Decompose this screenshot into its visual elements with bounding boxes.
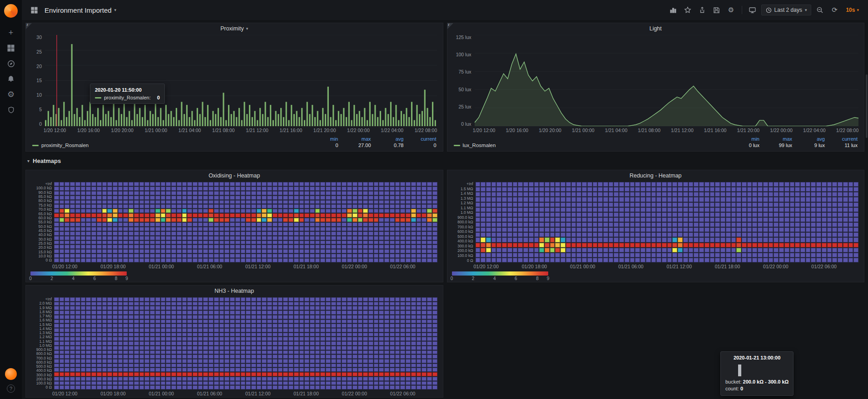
heatmap-cell <box>384 204 389 208</box>
alerting-bell-icon[interactable] <box>0 71 22 87</box>
heatmap-cell <box>214 368 219 372</box>
grafana-logo[interactable] <box>4 4 18 18</box>
panel-title-proximity[interactable]: Proximity ▾ <box>26 23 443 34</box>
axis-label: 1.4 MΩ <box>39 327 52 331</box>
legend-series-proximity[interactable]: proximity_Rosmalen <box>32 143 89 148</box>
axis-label: 01/21 18:00 <box>293 264 318 269</box>
heatmap-cell <box>230 315 235 319</box>
heatmap-cell <box>118 320 123 324</box>
nh3-heatmap-grid[interactable] <box>54 297 437 389</box>
heatmap-cell <box>342 232 347 236</box>
heatmap-cell <box>118 191 123 195</box>
share-button[interactable] <box>696 4 708 16</box>
settings-gear-icon[interactable]: ⚙ <box>0 87 22 102</box>
proximity-graph[interactable] <box>45 35 437 126</box>
stat-header-current[interactable]: current <box>404 136 436 142</box>
panel-title-light[interactable]: Light <box>447 23 864 34</box>
dashboard-settings-gear-icon[interactable]: ⚙ <box>725 4 737 16</box>
legend-stats: min max avg current 0 lux 99 lux 9 lux 1… <box>727 136 858 148</box>
dashboard-picker-icon[interactable] <box>28 4 40 16</box>
heatmap-cell <box>337 302 342 306</box>
oxidising-heatmap-grid[interactable] <box>54 182 437 262</box>
heatmap-cell <box>208 350 213 355</box>
heatmap-cell <box>619 232 624 237</box>
heatmap-cell <box>177 249 182 253</box>
heatmap-cell <box>177 306 182 310</box>
help-icon[interactable]: ? <box>7 384 15 393</box>
refresh-button[interactable]: ⟳ <box>828 4 840 16</box>
heatmap-cell <box>70 241 75 245</box>
heatmap-cell <box>640 182 645 187</box>
panel-title-reducing[interactable]: Reducing - Heatmap <box>447 170 864 181</box>
heatmap-cell <box>534 207 539 212</box>
stat-header-max[interactable]: max <box>338 136 371 142</box>
cycle-view-monitor-icon[interactable] <box>747 4 759 16</box>
heatmap-cell <box>70 196 75 200</box>
heatmap-cell <box>374 320 379 324</box>
user-avatar[interactable] <box>5 368 17 380</box>
heatmap-cell <box>326 377 331 381</box>
heatmap-cell <box>326 200 331 204</box>
heatmap-cell <box>368 341 373 345</box>
row-header-heatmaps[interactable]: ▾ Heatmaps <box>25 154 864 167</box>
axis-label: 20.0 kΩ <box>38 246 52 250</box>
heatmap-cell <box>288 377 293 381</box>
heatmap-cell <box>736 192 741 197</box>
heatmap-cell <box>97 236 102 240</box>
panel-title-nh3[interactable]: NH3 - Heatmap <box>26 286 443 296</box>
heatmap-cell <box>656 182 661 187</box>
axis-label: 500.0 kΩ <box>36 365 52 369</box>
heatmap-cell <box>507 222 512 227</box>
heatmap-cell <box>273 196 278 200</box>
stat-header-min[interactable]: min <box>727 136 759 142</box>
heatmap-cell <box>368 385 373 389</box>
heatmap-cell <box>619 192 624 197</box>
dashboards-icon[interactable] <box>0 40 22 56</box>
stat-header-current[interactable]: current <box>825 136 858 142</box>
time-range-button[interactable]: Last 2 days ▾ <box>761 5 812 15</box>
axis-label: 80.0 kΩ <box>38 199 52 203</box>
add-icon[interactable]: + <box>0 25 22 40</box>
panel-title-oxidising[interactable]: Oxidising - Heatmap <box>26 170 443 181</box>
heatmap-cell <box>246 368 251 372</box>
heatmap-cell <box>134 236 139 240</box>
heatmap-cell <box>720 207 725 212</box>
heatmap-cell <box>400 337 405 341</box>
heatmap-cell <box>155 297 160 301</box>
heatmap-cell <box>283 249 288 253</box>
page-scrollbar-thumb[interactable] <box>866 74 868 138</box>
heatmap-cell <box>278 182 283 186</box>
star-button[interactable] <box>682 4 694 16</box>
admin-shield-icon[interactable] <box>0 102 22 118</box>
zoom-out-button[interactable] <box>814 4 826 16</box>
heatmap-cell <box>368 372 373 376</box>
stat-header-max[interactable]: max <box>759 136 792 142</box>
stat-header-avg[interactable]: avg <box>371 136 404 142</box>
heatmap-cell <box>774 243 779 247</box>
save-button[interactable] <box>711 4 723 16</box>
heatmap-cell <box>299 385 304 389</box>
dashboard-title[interactable]: Environment Imported ▾ <box>45 6 116 14</box>
axis-label: 200.0 kΩ <box>457 249 473 253</box>
legend-series-light[interactable]: lux_Rosmalen <box>454 143 496 148</box>
light-graph[interactable] <box>475 35 859 126</box>
heatmap-cell <box>144 209 149 213</box>
add-panel-button[interactable] <box>667 4 679 16</box>
explore-compass-icon[interactable] <box>0 56 22 71</box>
heatmap-cell <box>699 243 704 247</box>
heatmap-cell <box>699 182 704 187</box>
heatmap-cell <box>769 192 774 197</box>
heatmap-cell <box>198 254 203 258</box>
refresh-interval-dropdown[interactable]: 10s ▾ <box>843 7 862 13</box>
heatmap-cell <box>694 192 699 197</box>
heatmap-cell <box>593 217 598 222</box>
stat-header-min[interactable]: min <box>306 136 338 142</box>
heatmap-cell <box>310 218 315 222</box>
heatmap-cell <box>320 249 325 253</box>
heatmap-cell <box>400 297 405 301</box>
heatmap-cell <box>331 346 336 350</box>
heatmap-cell <box>417 191 422 195</box>
stat-header-avg[interactable]: avg <box>792 136 825 142</box>
reducing-heatmap-grid[interactable] <box>476 182 859 262</box>
heatmap-cell <box>129 187 134 191</box>
